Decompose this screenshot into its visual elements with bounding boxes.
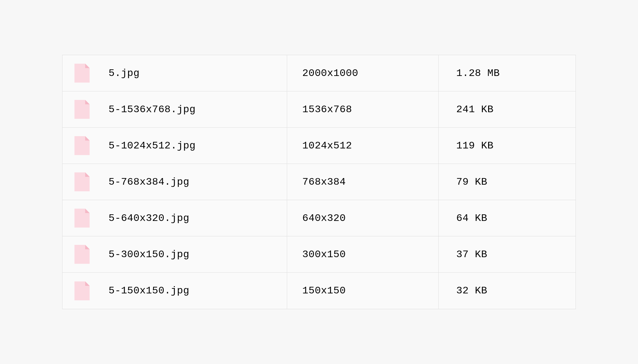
filesize-label: 1.28 MB [456,67,500,79]
table-row: 5-1024x512.jpg 1024x512 119 KB [62,128,576,164]
cell-filesize: 119 KB [439,128,576,164]
cell-filesize: 37 KB [439,236,576,272]
cell-filesize: 79 KB [439,164,576,200]
cell-dimensions: 768x384 [287,164,439,200]
filesize-label: 119 KB [456,140,493,152]
svg-marker-5 [85,136,90,141]
file-icon [74,281,90,300]
table-row: 5-768x384.jpg 768x384 79 KB [62,164,576,200]
svg-marker-9 [85,209,90,213]
dimensions-label: 150x150 [302,285,346,297]
dimensions-label: 2000x1000 [302,67,358,79]
filesize-label: 64 KB [456,212,487,224]
filesize-label: 32 KB [456,285,487,297]
cell-filename: 5-1024x512.jpg [62,128,287,164]
cell-filename: 5-300x150.jpg [62,236,287,272]
file-icon [74,136,90,155]
table-row: 5-1536x768.jpg 1536x768 241 KB [62,91,576,128]
cell-dimensions: 300x150 [287,236,439,272]
table-row: 5.jpg 2000x1000 1.28 MB [62,55,576,91]
filename-label: 5-768x384.jpg [109,176,189,188]
svg-marker-3 [85,100,90,104]
cell-filesize: 32 KB [439,273,576,309]
filesize-label: 79 KB [456,176,487,188]
file-icon [74,100,90,119]
table-row: 5-150x150.jpg 150x150 32 KB [62,273,576,309]
svg-marker-1 [85,64,90,68]
file-icon [74,172,90,191]
filename-label: 5-1024x512.jpg [109,140,196,152]
cell-filename: 5-1536x768.jpg [62,91,287,127]
cell-filesize: 64 KB [439,200,576,236]
table-row: 5-640x320.jpg 640x320 64 KB [62,200,576,236]
filename-label: 5-300x150.jpg [109,249,189,260]
cell-filename: 5-640x320.jpg [62,200,287,236]
cell-filesize: 241 KB [439,91,576,127]
dimensions-label: 1024x512 [302,140,352,152]
table-row: 5-300x150.jpg 300x150 37 KB [62,236,576,273]
cell-filename: 5.jpg [62,55,287,91]
filename-label: 5-640x320.jpg [109,212,189,224]
filename-label: 5.jpg [109,67,140,79]
cell-filesize: 1.28 MB [439,55,576,91]
filename-label: 5-150x150.jpg [109,285,189,297]
svg-marker-11 [85,245,90,249]
svg-marker-13 [85,281,90,286]
filesize-label: 241 KB [456,104,493,115]
file-icon [74,64,90,83]
dimensions-label: 1536x768 [302,104,352,115]
dimensions-label: 300x150 [302,249,346,260]
filesize-label: 37 KB [456,249,487,260]
dimensions-label: 640x320 [302,212,346,224]
file-icon [74,245,90,264]
file-size-table: 5.jpg 2000x1000 1.28 MB 5-1536x768.jpg 1… [62,55,576,309]
cell-filename: 5-150x150.jpg [62,273,287,309]
file-icon [74,209,90,228]
svg-marker-7 [85,172,90,177]
dimensions-label: 768x384 [302,176,346,188]
cell-dimensions: 640x320 [287,200,439,236]
cell-dimensions: 1024x512 [287,128,439,164]
cell-dimensions: 150x150 [287,273,439,309]
cell-dimensions: 1536x768 [287,91,439,127]
cell-dimensions: 2000x1000 [287,55,439,91]
filename-label: 5-1536x768.jpg [109,104,196,115]
cell-filename: 5-768x384.jpg [62,164,287,200]
